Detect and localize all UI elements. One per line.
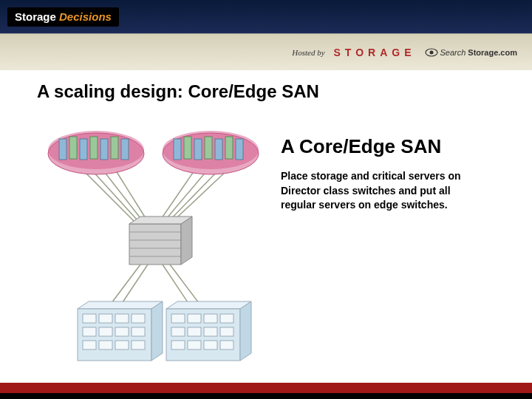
slide-title: A scaling design: Core/Edge SAN — [37, 81, 510, 102]
svg-rect-47 — [204, 314, 217, 323]
logo-text: Storage Decisions — [15, 10, 112, 23]
brand-searchstorage: SearchStorage.com — [425, 48, 518, 57]
director-switch — [129, 216, 192, 265]
svg-rect-37 — [132, 327, 145, 336]
svg-marker-27 — [78, 301, 163, 309]
svg-rect-34 — [83, 327, 96, 336]
svg-rect-40 — [115, 341, 129, 349]
svg-rect-18 — [225, 137, 233, 159]
svg-rect-31 — [99, 314, 112, 323]
svg-rect-41 — [132, 341, 145, 349]
brand2-prefix: Search — [440, 48, 466, 57]
svg-rect-39 — [99, 341, 112, 349]
svg-rect-19 — [236, 139, 243, 160]
svg-rect-50 — [188, 327, 201, 336]
svg-rect-36 — [115, 327, 129, 336]
svg-rect-30 — [83, 314, 96, 323]
svg-rect-56 — [220, 341, 233, 349]
svg-rect-54 — [188, 341, 201, 349]
eye-icon — [425, 48, 438, 57]
logo-badge: Storage Decisions — [7, 7, 119, 27]
svg-marker-26 — [129, 216, 192, 224]
logo-word1: Storage — [15, 10, 56, 23]
storage-array-left — [78, 301, 163, 361]
svg-rect-49 — [171, 327, 185, 336]
text-panel: A Core/Edge SAN Place storage and critic… — [281, 113, 510, 372]
svg-rect-51 — [204, 327, 217, 336]
footer-bar — [0, 383, 532, 399]
svg-rect-53 — [171, 341, 185, 349]
svg-rect-33 — [132, 314, 145, 323]
svg-rect-52 — [220, 327, 233, 336]
svg-rect-15 — [194, 139, 202, 160]
svg-marker-42 — [166, 301, 251, 309]
logo-word2: Decisions — [59, 10, 112, 23]
storage-array-right — [166, 301, 251, 361]
svg-rect-46 — [188, 314, 201, 323]
svg-point-1 — [429, 50, 433, 54]
section-title: A Core/Edge SAN — [281, 135, 510, 158]
svg-rect-55 — [204, 341, 217, 349]
brand-storage: STORAGE — [334, 47, 416, 58]
svg-rect-48 — [220, 314, 233, 323]
svg-rect-10 — [121, 139, 129, 160]
svg-rect-20 — [129, 224, 181, 265]
svg-rect-45 — [171, 314, 185, 323]
svg-rect-6 — [80, 139, 87, 160]
body-text: Place storage and critical servers on Di… — [281, 169, 488, 213]
svg-rect-9 — [111, 137, 118, 159]
slide-content: A scaling design: Core/Edge SAN — [0, 70, 532, 372]
main-row: A Core/Edge SAN Place storage and critic… — [37, 113, 510, 372]
svg-rect-32 — [115, 314, 129, 323]
svg-rect-8 — [100, 139, 108, 160]
svg-marker-29 — [151, 301, 163, 361]
svg-rect-17 — [215, 139, 222, 160]
svg-rect-4 — [59, 139, 66, 160]
svg-rect-35 — [99, 327, 112, 336]
svg-rect-38 — [83, 341, 96, 349]
hosted-label: Hosted by — [292, 48, 324, 57]
svg-marker-44 — [240, 301, 251, 361]
subheader-bar: Hosted by STORAGE SearchStorage.com — [0, 33, 532, 70]
san-diagram — [37, 113, 273, 372]
svg-rect-5 — [69, 137, 77, 159]
edge-pool-right — [163, 131, 259, 174]
svg-rect-7 — [90, 137, 98, 159]
svg-rect-16 — [205, 137, 212, 159]
brand2-suffix: Storage.com — [468, 48, 517, 57]
edge-pool-left — [48, 131, 144, 174]
header-bar: Storage Decisions — [0, 0, 532, 33]
svg-rect-13 — [174, 139, 181, 160]
svg-marker-25 — [181, 216, 192, 265]
svg-rect-14 — [184, 137, 191, 159]
